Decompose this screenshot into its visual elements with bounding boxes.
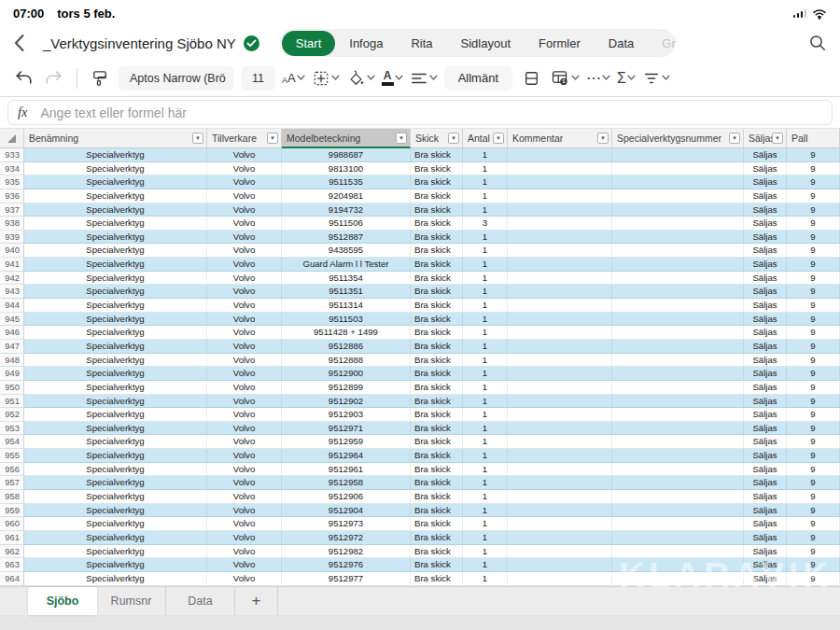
cell-tillverkare[interactable]: Volvo: [207, 231, 282, 245]
cell-kommentar[interactable]: [508, 572, 612, 586]
cell-skick[interactable]: Bra skick: [411, 258, 463, 272]
cell-pall[interactable]: 9: [787, 299, 840, 313]
cell-benamning[interactable]: Specialverktyg: [24, 531, 207, 545]
cell-modelbeteckning[interactable]: 9512976: [282, 558, 411, 572]
cell-pall[interactable]: 9: [787, 354, 840, 368]
cell-modelbeteckning[interactable]: 9512964: [282, 449, 411, 463]
cell-benamning[interactable]: Specialverktyg: [24, 162, 207, 176]
tab-rita[interactable]: Rita: [397, 31, 446, 56]
cell-row-number[interactable]: 957: [0, 476, 24, 490]
cell-saljas[interactable]: Säljas: [744, 422, 787, 436]
cell-kommentar[interactable]: [508, 326, 612, 340]
tab-gransk[interactable]: Gransk: [648, 31, 676, 56]
cell-tillverkare[interactable]: Volvo: [207, 299, 282, 313]
filter-button[interactable]: ▼: [192, 133, 203, 144]
cell-modelbeteckning[interactable]: 9512961: [282, 463, 411, 477]
cell-skick[interactable]: Bra skick: [411, 422, 463, 436]
cell-pall[interactable]: 9: [787, 476, 840, 490]
cell-tillverkare[interactable]: Volvo: [207, 463, 282, 477]
cell-saljas[interactable]: Säljas: [744, 381, 787, 395]
tab-formler[interactable]: Formler: [525, 31, 595, 56]
column-header-ben-mning[interactable]: Benämning▼: [24, 129, 207, 148]
cell-antal[interactable]: 1: [463, 572, 508, 586]
cell-antal[interactable]: 1: [463, 354, 508, 368]
cell-skick[interactable]: Bra skick: [411, 299, 463, 313]
cell-row-number[interactable]: 950: [0, 381, 24, 395]
cell-kommentar[interactable]: [508, 504, 612, 518]
cell-benamning[interactable]: Specialverktyg: [24, 517, 207, 531]
cell-antal[interactable]: 1: [463, 531, 508, 545]
cell-kommentar[interactable]: [508, 272, 612, 286]
filter-button[interactable]: ▼: [729, 133, 740, 144]
cell-specialverktygsnummer[interactable]: [612, 558, 744, 572]
cell-benamning[interactable]: Specialverktyg: [24, 463, 207, 477]
cell-benamning[interactable]: Specialverktyg: [24, 175, 207, 189]
cell-tillverkare[interactable]: Volvo: [207, 395, 282, 409]
cell-kommentar[interactable]: [508, 175, 612, 189]
cell-saljas[interactable]: Säljas: [744, 244, 787, 258]
cell-row-number[interactable]: 934: [0, 162, 24, 176]
cell-specialverktygsnummer[interactable]: [612, 408, 744, 422]
cell-kommentar[interactable]: [508, 162, 612, 176]
cell-benamning[interactable]: Specialverktyg: [24, 490, 207, 504]
cell-pall[interactable]: 9: [787, 490, 840, 504]
column-header-modelbeteckning[interactable]: Modelbeteckning▼: [282, 129, 411, 148]
cell-modelbeteckning[interactable]: 9511535: [282, 175, 411, 189]
cell-saljas[interactable]: Säljas: [744, 531, 787, 545]
cell-specialverktygsnummer[interactable]: [612, 517, 744, 531]
cell-tillverkare[interactable]: Volvo: [207, 217, 282, 231]
cell-skick[interactable]: Bra skick: [411, 476, 463, 490]
cell-modelbeteckning[interactable]: 9511314: [282, 299, 411, 313]
cell-skick[interactable]: Bra skick: [411, 435, 463, 449]
cell-antal[interactable]: 1: [463, 545, 508, 559]
cell-tillverkare[interactable]: Volvo: [207, 175, 282, 189]
saved-status-badge[interactable]: [244, 35, 259, 51]
cell-benamning[interactable]: Specialverktyg: [24, 203, 207, 217]
cell-specialverktygsnummer[interactable]: [612, 572, 744, 586]
cell-pall[interactable]: 9: [787, 189, 840, 203]
cell-modelbeteckning[interactable]: 9512899: [282, 381, 411, 395]
cell-specialverktygsnummer[interactable]: [612, 244, 744, 258]
cell-specialverktygsnummer[interactable]: [612, 162, 744, 176]
cell-row-number[interactable]: 944: [0, 299, 24, 313]
tab-start[interactable]: Start: [282, 31, 335, 56]
cell-kommentar[interactable]: [508, 517, 612, 531]
cell-kommentar[interactable]: [508, 313, 612, 327]
cell-row-number[interactable]: 937: [0, 203, 24, 217]
sheet-tab-data[interactable]: Data: [166, 587, 235, 615]
font-size-selector[interactable]: 11: [241, 66, 275, 91]
cell-pall[interactable]: 9: [787, 381, 840, 395]
sheet-tab-rumsnr[interactable]: Rumsnr: [97, 587, 166, 615]
cell-benamning[interactable]: Specialverktyg: [24, 504, 207, 518]
cell-antal[interactable]: 1: [463, 175, 508, 189]
cell-pall[interactable]: 9: [787, 463, 840, 477]
cell-saljas[interactable]: Säljas: [744, 367, 787, 381]
cell-benamning[interactable]: Specialverktyg: [24, 231, 207, 245]
cell-saljas[interactable]: Säljas: [744, 435, 787, 449]
cell-pall[interactable]: 9: [787, 449, 840, 463]
cell-row-number[interactable]: 964: [0, 572, 24, 586]
cell-pall[interactable]: 9: [787, 244, 840, 258]
cell-modelbeteckning[interactable]: 9512903: [282, 408, 411, 422]
cell-modelbeteckning[interactable]: 9512888: [282, 354, 411, 368]
cell-row-number[interactable]: 959: [0, 504, 24, 518]
cell-modelbeteckning[interactable]: 9204981: [282, 189, 411, 203]
fill-color-button[interactable]: [346, 69, 375, 88]
cell-pall[interactable]: 9: [787, 175, 840, 189]
cell-row-number[interactable]: 963: [0, 558, 24, 572]
cell-tillverkare[interactable]: Volvo: [207, 435, 282, 449]
cell-antal[interactable]: 1: [463, 476, 508, 490]
cell-pall[interactable]: 9: [787, 408, 840, 422]
cell-modelbeteckning[interactable]: 9512902: [282, 395, 411, 409]
cell-modelbeteckning[interactable]: 9988687: [282, 148, 411, 162]
alignment-button[interactable]: [410, 70, 438, 87]
cell-saljas[interactable]: Säljas: [744, 463, 787, 477]
cell-saljas[interactable]: Säljas: [744, 408, 787, 422]
cell-antal[interactable]: 1: [463, 435, 508, 449]
cell-antal[interactable]: 3: [463, 217, 508, 231]
cell-row-number[interactable]: 948: [0, 354, 24, 368]
cell-row-number[interactable]: 947: [0, 340, 24, 354]
cell-tillverkare[interactable]: Volvo: [207, 504, 282, 518]
cell-skick[interactable]: Bra skick: [411, 272, 463, 286]
cell-antal[interactable]: 1: [463, 203, 508, 217]
